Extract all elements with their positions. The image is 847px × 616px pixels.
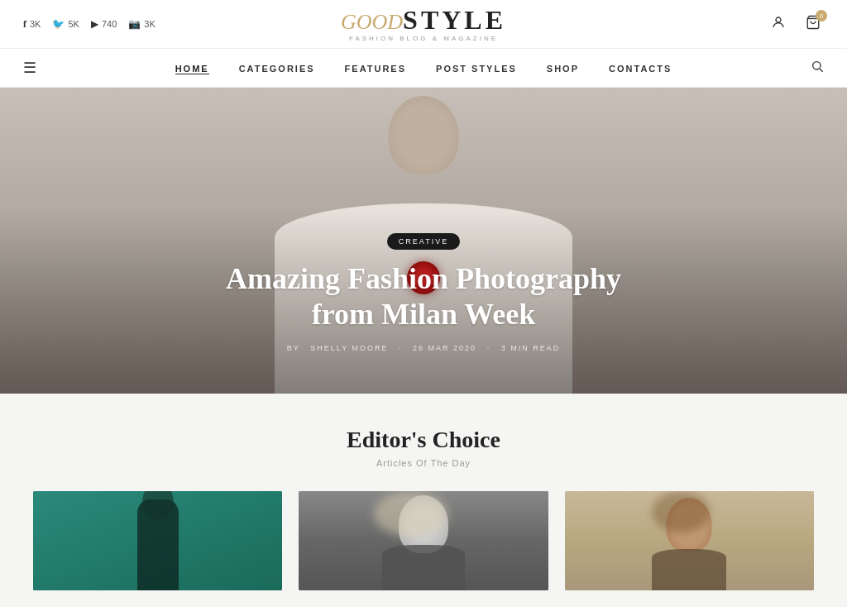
top-bar: 𝐟 3K 🐦 5K ▶ 740 📷 3K goodSTYLE Fashion B…: [0, 0, 847, 49]
nav-bar: ☰ HOME CATEGORIES FEATURES POST STYLES S…: [0, 49, 847, 88]
hamburger-icon: ☰: [23, 60, 36, 76]
instagram-count: 3K: [144, 19, 155, 29]
hero-head-shape: [389, 96, 459, 174]
instagram-link[interactable]: 📷 3K: [128, 18, 155, 30]
logo-script: good: [341, 10, 403, 34]
hero-meta: BY SHELLY MOORE · 26 MAR 2020 · 3 MIN RE…: [0, 344, 847, 352]
card-image-2: [299, 491, 548, 590]
social-links: 𝐟 3K 🐦 5K ▶ 740 📷 3K: [23, 18, 156, 30]
twitter-link[interactable]: 🐦 5K: [52, 18, 79, 30]
card-image-3: [565, 491, 814, 590]
card-3[interactable]: [565, 491, 814, 590]
hero-title: Amazing Fashion Photography from Milan W…: [217, 261, 630, 332]
logo-tagline: Fashion Blog & Magazine: [341, 35, 506, 42]
hero-date: 26 MAR 2020: [413, 344, 476, 352]
logo[interactable]: goodSTYLE Fashion Blog & Magazine: [341, 7, 506, 42]
nav-item-contacts[interactable]: CONTACTS: [609, 60, 672, 75]
editors-choice-subtitle: Articles Of The Day: [33, 458, 814, 468]
nav-link-post-styles[interactable]: POST STYLES: [436, 64, 517, 74]
card-2[interactable]: [299, 491, 548, 590]
editors-choice-title: Editor's Choice: [33, 427, 814, 453]
hero-section: CREATIVE Amazing Fashion Photography fro…: [0, 88, 847, 394]
svg-point-2: [813, 62, 821, 69]
nav-link-categories[interactable]: CATEGORIES: [239, 64, 315, 74]
section-header: Editor's Choice Articles Of The Day: [33, 427, 814, 468]
hero-author-prefix: BY: [287, 344, 300, 352]
twitter-icon: 🐦: [52, 18, 65, 30]
hero-content: CREATIVE Amazing Fashion Photography fro…: [0, 232, 847, 352]
nav-link-home[interactable]: HOME: [175, 64, 209, 74]
svg-line-3: [820, 69, 823, 72]
facebook-icon: 𝐟: [23, 18, 26, 30]
hero-author: SHELLY MOORE: [310, 344, 388, 352]
hero-separator-1: ·: [399, 344, 406, 352]
nav-item-home[interactable]: HOME: [175, 60, 209, 75]
instagram-icon: 📷: [128, 18, 141, 30]
hamburger-button[interactable]: ☰: [23, 59, 36, 77]
editors-choice-section: Editor's Choice Articles Of The Day: [0, 394, 847, 607]
card-image-1: [33, 491, 282, 590]
facebook-link[interactable]: 𝐟 3K: [23, 18, 41, 30]
nav-links: HOME CATEGORIES FEATURES POST STYLES SHO…: [175, 60, 672, 75]
hero-read-time: 3 MIN READ: [501, 344, 561, 352]
top-right-actions: 0: [768, 12, 824, 36]
youtube-icon: ▶: [91, 18, 98, 30]
nav-item-post-styles[interactable]: POST STYLES: [436, 60, 517, 75]
facebook-count: 3K: [30, 19, 41, 29]
logo-main: goodSTYLE: [341, 7, 506, 33]
user-button[interactable]: [768, 12, 789, 36]
nav-item-shop[interactable]: SHOP: [547, 60, 579, 75]
hero-tag: CREATIVE: [387, 233, 460, 250]
cards-grid: [33, 491, 814, 590]
cart-button[interactable]: 0: [802, 12, 824, 36]
nav-link-features[interactable]: FEATURES: [345, 64, 406, 74]
search-button[interactable]: [811, 60, 824, 76]
nav-item-categories[interactable]: CATEGORIES: [239, 60, 315, 75]
svg-point-0: [776, 17, 781, 22]
cart-badge: 0: [816, 10, 827, 21]
nav-link-shop[interactable]: SHOP: [547, 64, 579, 74]
hero-separator-2: ·: [487, 344, 495, 352]
youtube-count: 740: [102, 19, 117, 29]
nav-link-contacts[interactable]: CONTACTS: [609, 64, 672, 74]
search-icon: [811, 60, 824, 73]
twitter-count: 5K: [68, 19, 79, 29]
youtube-link[interactable]: ▶ 740: [91, 18, 117, 30]
nav-item-features[interactable]: FEATURES: [345, 60, 406, 75]
card-1[interactable]: [33, 491, 282, 590]
